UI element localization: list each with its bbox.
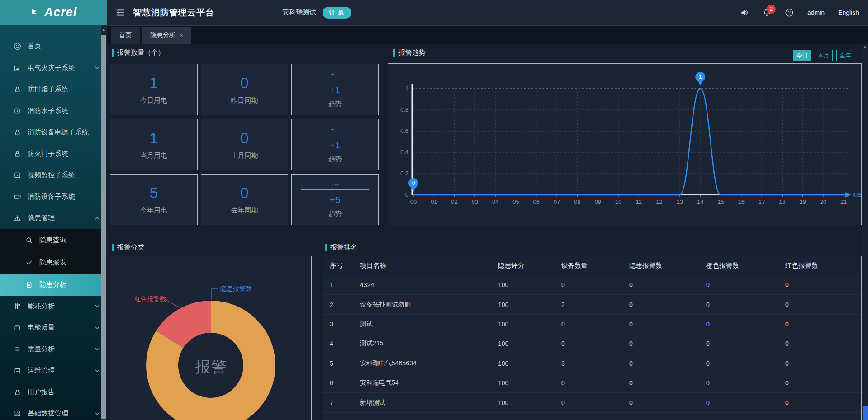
- column-header: 设备数量: [561, 261, 629, 270]
- svg-text:09: 09: [594, 198, 601, 205]
- content-scrollbar[interactable]: ▲: [862, 44, 868, 420]
- top-header: 智慧消防管理云平台 安科瑞测试 切 换 2 ? admin English: [107, 0, 868, 25]
- sidebar-item-smoke-control[interactable]: 防排烟子系统: [0, 79, 107, 100]
- sidebar-item-video-monitor[interactable]: 视频监控子系统: [0, 165, 107, 186]
- sidebar-scrollbar[interactable]: ▲: [101, 25, 107, 420]
- sidebar-item-hazard-management[interactable]: 隐患管理: [0, 208, 107, 229]
- sidebar-item-label: 隐患派发: [39, 258, 66, 267]
- trend-divider: [301, 135, 369, 135]
- sidebar-item-user-report[interactable]: 用户报告: [0, 382, 107, 403]
- table-cell: 0: [706, 399, 785, 406]
- donut-leader-lines: [110, 256, 311, 420]
- sidebar-item-fire-power[interactable]: 消防设备电源子系统: [0, 122, 107, 143]
- speaker-icon[interactable]: [740, 8, 749, 17]
- stat-card-today: 1 今日用电: [110, 64, 198, 115]
- sidebar-item-fire-water[interactable]: 消防水子系统: [0, 100, 107, 122]
- tenant-name: 安科瑞测试: [282, 8, 316, 17]
- trend-value: +1: [330, 140, 341, 151]
- table-cell: 4: [330, 340, 360, 347]
- sidebar-item-hazard-query[interactable]: 隐患查询: [0, 229, 107, 251]
- stat-card-year-trend: +-- +5 趋势: [291, 174, 379, 225]
- donut-center-label: 报警: [110, 357, 312, 378]
- range-button-today[interactable]: 今日: [793, 50, 811, 61]
- table-body: 1432410000002设备拓扑测试勿删10020003测试10000004测…: [323, 275, 861, 413]
- svg-text:0: 0: [412, 180, 415, 186]
- table-cell: 安科瑞电气5465634: [360, 359, 498, 368]
- table-row[interactable]: 4测试2151000000: [323, 334, 861, 354]
- range-button-year[interactable]: 全年: [836, 50, 854, 61]
- stat-value: 0: [240, 75, 248, 92]
- sidebar-item-base-data[interactable]: 基础数据管理: [0, 403, 107, 420]
- svg-text:1: 1: [405, 85, 408, 92]
- bell-icon[interactable]: 2: [763, 8, 771, 17]
- trend-value: +1: [330, 85, 341, 95]
- svg-text:12: 12: [656, 198, 662, 205]
- menu-collapse-icon[interactable]: [116, 9, 125, 17]
- svg-text:17: 17: [759, 198, 765, 205]
- stat-card-this-year: 5 今年用电: [110, 174, 198, 225]
- table-cell: 0: [629, 360, 706, 367]
- help-icon[interactable]: ?: [785, 8, 794, 17]
- sidebar-item-electric-fire[interactable]: 电气火灾子系统: [0, 57, 107, 79]
- stat-value: 1: [150, 130, 158, 147]
- title-accent-bar: [112, 244, 114, 251]
- sidebar-menu: 首页 电气火灾子系统 防排烟子系统 消防水子系统 消防设备电源子系统 防火门子系…: [0, 25, 107, 420]
- content-scrollbar-thumb[interactable]: [863, 406, 868, 420]
- trend-value: +5: [330, 194, 341, 205]
- stat-card-this-month: 1 当月用电: [110, 119, 198, 170]
- stat-label: 今日用电: [140, 96, 167, 105]
- table-cell: 0: [706, 360, 785, 367]
- language-switch[interactable]: English: [838, 9, 859, 16]
- sidebar-item-power-quality[interactable]: 电能质量: [0, 317, 107, 339]
- table-row[interactable]: 2设备拓扑测试勿删1002000: [323, 295, 861, 314]
- tab-home[interactable]: 首页: [111, 27, 140, 44]
- table-row[interactable]: 6安科瑞电气541000000: [323, 373, 861, 393]
- table-row[interactable]: 7新增测试1000000: [323, 393, 861, 412]
- sidebar-scrollbar-thumb[interactable]: [101, 35, 106, 419]
- sidebar-item-label: 运维管理: [28, 366, 55, 375]
- stat-value: 0: [240, 184, 248, 202]
- column-header: 序号: [330, 261, 360, 270]
- sidebar-item-demand-analysis[interactable]: 需量分析: [0, 339, 107, 360]
- svg-text:03: 03: [472, 198, 478, 205]
- sidebar-item-hazard-analysis[interactable]: 隐患分析: [0, 274, 107, 296]
- sidebar-item-ops-management[interactable]: 运维管理: [0, 360, 107, 382]
- table-cell: 100: [498, 301, 561, 308]
- sidebar-item-energy-analysis[interactable]: 能耗分析: [0, 296, 107, 317]
- table-cell: 0: [629, 281, 706, 288]
- list-icon: [14, 345, 21, 353]
- sidebar-item-fire-device[interactable]: 消防设备子系统: [0, 186, 107, 208]
- table-cell: 1: [330, 281, 360, 288]
- alarm-classify-section-title: 报警分类: [112, 243, 144, 252]
- column-header: 隐患报警数: [629, 261, 706, 270]
- table-cell: 0: [785, 340, 861, 347]
- table-cell: 0: [629, 340, 706, 347]
- sidebar-item-label: 消防设备电源子系统: [28, 128, 89, 137]
- table-cell: 0: [785, 281, 861, 288]
- table-cell: 0: [706, 301, 785, 308]
- table-row[interactable]: 5安科瑞电气54656341003000: [323, 354, 861, 373]
- check-icon: [25, 259, 33, 266]
- stat-value: 1: [150, 75, 158, 92]
- table-cell: 0: [785, 321, 861, 328]
- sidebar-item-fire-door[interactable]: 防火门子系统: [0, 143, 107, 165]
- user-menu[interactable]: admin: [807, 9, 825, 16]
- svg-text:0.05: 0.05: [853, 193, 861, 198]
- range-button-month[interactable]: 本月: [815, 50, 833, 61]
- table-row[interactable]: 3测试1000000: [323, 315, 861, 334]
- scroll-up-icon[interactable]: ▲: [862, 44, 868, 50]
- table-cell: 0: [706, 340, 785, 347]
- sidebar-item-home[interactable]: 首页: [0, 36, 107, 57]
- switch-tenant-button[interactable]: 切 换: [323, 7, 351, 19]
- alarm-ranking-section-title: 报警排名: [325, 243, 357, 252]
- tab-hazard-analysis[interactable]: 隐患分析 ×: [142, 27, 191, 44]
- trend-top-text: +--: [331, 71, 339, 78]
- table-cell: 0: [561, 340, 629, 347]
- svg-text:11: 11: [636, 198, 642, 205]
- svg-text:00: 00: [410, 198, 417, 205]
- sidebar-item-hazard-dispatch[interactable]: 隐患派发: [0, 251, 107, 274]
- close-icon[interactable]: ×: [180, 32, 183, 39]
- table-row[interactable]: 143241000000: [323, 275, 861, 295]
- stat-card-last-year: 0 去年同期: [201, 174, 288, 225]
- scroll-up-icon[interactable]: ▲: [101, 25, 107, 35]
